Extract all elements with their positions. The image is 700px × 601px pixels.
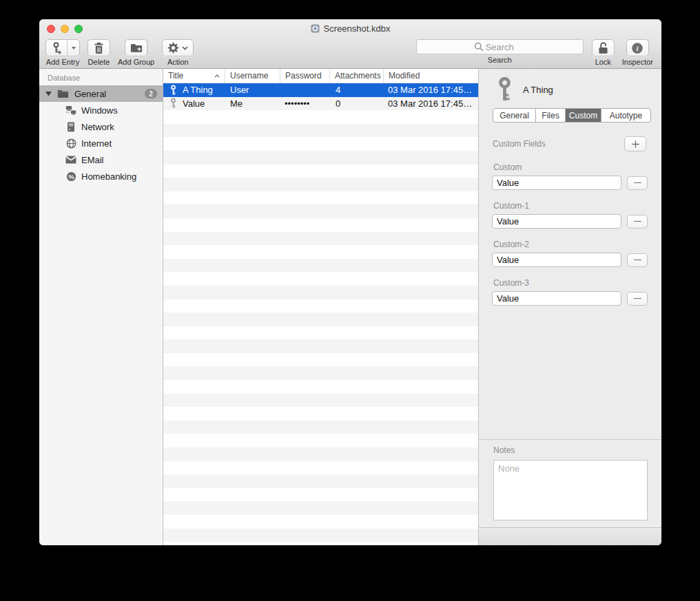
chevron-down-icon	[182, 46, 188, 50]
table-row	[163, 366, 478, 380]
table-header: Title Username Password Attachments Modi…	[163, 69, 478, 83]
table-row	[163, 474, 478, 488]
search-input[interactable]	[416, 39, 584, 54]
notes-textarea[interactable]	[493, 460, 648, 520]
table-row	[163, 137, 478, 151]
sidebar-item-label: Network	[81, 122, 114, 132]
minus-icon	[634, 298, 641, 299]
sidebar-item-label: Internet	[81, 138, 112, 149]
action-button[interactable]	[162, 39, 194, 56]
notes-label: Notes	[493, 445, 648, 455]
minus-icon	[634, 182, 641, 184]
table-row	[163, 178, 478, 191]
table-row	[163, 447, 478, 461]
custom-field: Custom-1	[479, 201, 661, 229]
table-row	[163, 286, 478, 299]
entry-header: A Thing	[496, 76, 661, 103]
search-label: Search	[488, 56, 512, 64]
sidebar-item-label: Windows	[81, 105, 118, 116]
table-row[interactable]: ValueMe••••••••003 Mar 2016 17:45…	[163, 97, 478, 111]
sidebar-item-email[interactable]: EMail	[39, 151, 163, 168]
table-row	[163, 124, 478, 138]
custom-field-label: Custom	[493, 162, 661, 172]
custom-field: Custom-3	[479, 278, 661, 306]
table-row	[163, 529, 478, 542]
inspector-label: Inspector	[622, 58, 653, 66]
globe-icon	[65, 138, 76, 149]
custom-fields-label: Custom Fields	[493, 139, 624, 149]
add-custom-field-button[interactable]	[624, 136, 646, 151]
custom-field: Custom	[479, 162, 661, 190]
custom-field-label: Custom-2	[493, 240, 661, 249]
table-row[interactable]: A ThingUser403 Mar 2016 17:45…	[163, 83, 478, 97]
column-header-title[interactable]: Title	[163, 69, 225, 83]
table-row	[163, 501, 478, 515]
inspector-tabs: GeneralFilesCustomAutotype	[493, 108, 651, 123]
custom-field-input[interactable]	[492, 253, 621, 267]
envelope-icon	[65, 156, 76, 164]
gear-icon	[167, 42, 179, 54]
table-row	[163, 165, 478, 178]
inspector-footer	[479, 527, 661, 545]
column-header-attachments[interactable]: Attachments	[330, 69, 384, 83]
main-content: Database General 2 Windows	[39, 69, 661, 545]
disclosure-triangle-icon[interactable]	[45, 91, 52, 96]
remove-custom-field-button[interactable]	[627, 176, 648, 190]
entry-title: A Thing	[523, 85, 553, 95]
add-group-label: Add Group	[118, 58, 154, 66]
toolbar-item-delete: Delete	[88, 39, 110, 66]
unlocked-padlock-icon	[597, 41, 609, 54]
svg-text:%: %	[68, 173, 74, 180]
remove-custom-field-button[interactable]	[627, 253, 648, 267]
remove-custom-field-button[interactable]	[627, 215, 648, 229]
table-row	[163, 421, 478, 434]
notes-section: Notes	[479, 439, 661, 527]
custom-field-input[interactable]	[492, 291, 621, 306]
remove-custom-field-button[interactable]	[627, 292, 648, 306]
toolbar-item-add-group: Add Group	[118, 39, 154, 66]
custom-field-label: Custom-3	[493, 278, 661, 288]
column-header-modified[interactable]: Modified	[384, 69, 478, 83]
windows-network-icon	[65, 105, 76, 115]
toolbar-item-lock: Lock	[592, 39, 615, 66]
sidebar-item-label: EMail	[81, 155, 104, 165]
cell-mod: 03 Mar 2016 17:45…	[384, 85, 478, 95]
add-entry-button[interactable]	[45, 39, 80, 56]
table-row	[163, 259, 478, 273]
window-title: Screenshot.kdbx	[39, 19, 661, 38]
sidebar-group-general[interactable]: General 2	[39, 85, 163, 102]
titlebar[interactable]: Screenshot.kdbx	[39, 19, 661, 38]
sidebar-item-internet[interactable]: Internet	[39, 135, 163, 151]
table-row	[163, 326, 478, 340]
inspector-button[interactable]: i	[626, 39, 649, 56]
sidebar-item-network[interactable]: Network	[39, 118, 163, 135]
tab-autotype[interactable]: Autotype	[601, 109, 650, 122]
add-group-button[interactable]	[125, 39, 147, 56]
cell-att: 0	[330, 98, 384, 109]
custom-field-input[interactable]	[492, 176, 621, 190]
delete-button[interactable]	[88, 39, 110, 56]
add-entry-label: Add Entry	[46, 58, 79, 66]
column-header-username[interactable]: Username	[225, 69, 280, 83]
toolbar-item-action: Action	[162, 39, 194, 66]
document-proxy-icon[interactable]	[311, 24, 320, 33]
custom-field-input[interactable]	[492, 214, 621, 229]
inspector-spacer	[479, 306, 661, 439]
sidebar-item-homebanking[interactable]: % Homebanking	[39, 168, 163, 184]
key-icon	[169, 98, 177, 109]
table-row	[163, 407, 478, 421]
tab-general[interactable]: General	[493, 109, 536, 122]
table-row	[163, 272, 478, 286]
lock-label: Lock	[595, 58, 611, 66]
info-icon: i	[631, 42, 644, 54]
add-entry-dropdown[interactable]	[67, 40, 79, 56]
tab-files[interactable]: Files	[536, 109, 566, 122]
sidebar: Database General 2 Windows	[39, 69, 163, 545]
sidebar-group-label: General	[74, 89, 145, 99]
sidebar-item-windows[interactable]: Windows	[39, 102, 163, 118]
column-header-password[interactable]: Password	[280, 69, 330, 83]
table-row	[163, 515, 478, 529]
tab-custom[interactable]: Custom	[566, 109, 601, 122]
lock-button[interactable]	[592, 39, 615, 56]
sidebar-section-header: Database	[39, 74, 163, 85]
